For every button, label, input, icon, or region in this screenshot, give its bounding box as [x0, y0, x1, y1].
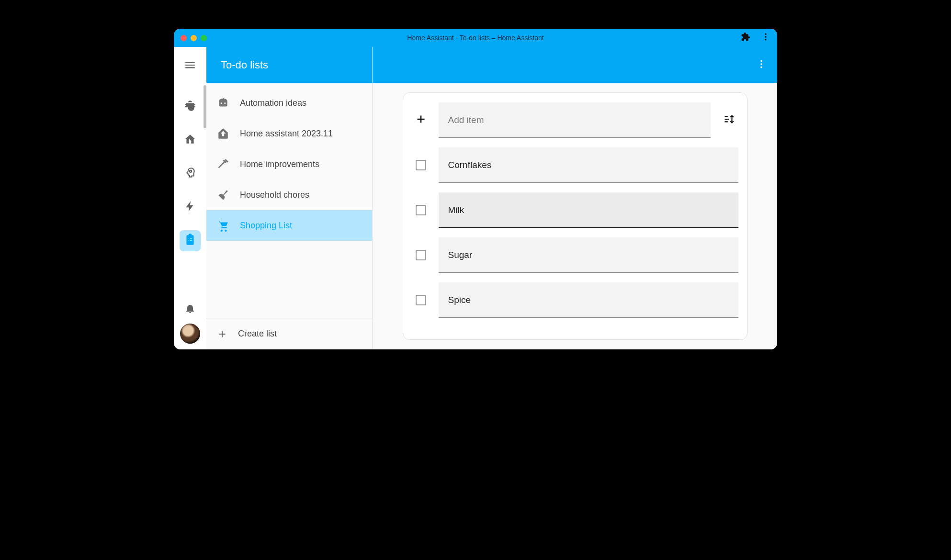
svg-point-7: [760, 66, 762, 68]
ha-badge-icon: [217, 127, 229, 140]
scrollbar-thumb[interactable]: [204, 85, 206, 128]
svg-point-2: [765, 39, 766, 40]
list-row-home-assistant-release[interactable]: Home assistant 2023.11: [206, 118, 372, 149]
content-area: Add item Cornflakes: [373, 83, 777, 349]
window-controls: [181, 35, 207, 41]
todo-item-row[interactable]: Milk: [412, 192, 738, 228]
todo-item-row[interactable]: Sugar: [412, 237, 738, 273]
hammer-icon: [217, 158, 229, 170]
list-row-shopping-list[interactable]: Shopping List: [206, 210, 372, 241]
todo-item-field[interactable]: Spice: [439, 282, 738, 318]
checkbox[interactable]: [416, 250, 426, 260]
todo-card: Add item Cornflakes: [403, 92, 747, 340]
todo-item-row[interactable]: Cornflakes: [412, 147, 738, 183]
rail-item-bug[interactable]: [180, 96, 201, 117]
sidebar: To-do lists Automation ideas Home assist…: [206, 47, 373, 349]
maximize-window-button[interactable]: [201, 35, 207, 41]
lists-container: Automation ideas Home assistant 2023.11 …: [206, 83, 372, 318]
menu-toggle-button[interactable]: [174, 47, 206, 83]
rail-item-mind[interactable]: [180, 163, 201, 184]
clipboard-list-icon: [184, 234, 196, 248]
create-list-button[interactable]: Create list: [206, 318, 372, 349]
home-icon: L: [184, 133, 196, 147]
svg-point-4: [190, 170, 192, 172]
bug-icon: [184, 100, 196, 114]
list-row-automation-ideas[interactable]: Automation ideas: [206, 88, 372, 118]
checkbox[interactable]: [416, 295, 426, 305]
list-label: Automation ideas: [240, 98, 306, 108]
plus-icon: [217, 329, 227, 339]
svg-point-1: [765, 36, 766, 37]
todo-item-label: Milk: [448, 205, 464, 215]
cart-icon: [217, 219, 229, 232]
robot-icon: [217, 97, 229, 109]
rail-item-energy[interactable]: [180, 197, 201, 218]
create-list-label: Create list: [238, 329, 277, 339]
extensions-icon[interactable]: [741, 32, 750, 44]
svg-point-5: [760, 60, 762, 62]
list-label: Household chores: [240, 190, 309, 200]
main-header: [373, 47, 777, 83]
minimize-window-button[interactable]: [191, 35, 197, 41]
todo-item-field[interactable]: Milk: [439, 192, 738, 228]
add-item-input[interactable]: Add item: [439, 102, 711, 138]
notifications-button[interactable]: [184, 302, 196, 316]
rail-item-home[interactable]: L: [180, 130, 201, 151]
todo-item-label: Sugar: [448, 250, 473, 260]
broom-icon: [217, 189, 229, 201]
sort-icon[interactable]: [723, 113, 735, 127]
todo-item-row[interactable]: Spice: [412, 282, 738, 318]
list-menu-button[interactable]: [756, 59, 767, 71]
user-avatar[interactable]: [180, 324, 200, 344]
checkbox[interactable]: [416, 160, 426, 170]
svg-text:L: L: [189, 138, 192, 143]
head-gear-icon: [184, 167, 196, 181]
titlebar: Home Assistant - To-do lists – Home Assi…: [174, 29, 777, 47]
window-title: Home Assistant - To-do lists – Home Assi…: [174, 34, 777, 42]
nav-rail: L: [174, 47, 206, 349]
add-item-row: Add item: [412, 102, 738, 138]
bolt-icon: [184, 200, 196, 214]
close-window-button[interactable]: [181, 35, 187, 41]
rail-item-todo[interactable]: [180, 230, 201, 251]
sidebar-title: To-do lists: [206, 47, 372, 83]
list-label: Home assistant 2023.11: [240, 129, 333, 139]
browser-menu-icon[interactable]: [761, 32, 770, 44]
todo-item-label: Spice: [448, 295, 471, 305]
add-item-plus-icon[interactable]: [415, 113, 427, 127]
main-panel: Add item Cornflakes: [373, 47, 777, 349]
list-label: Shopping List: [240, 221, 292, 231]
svg-point-0: [765, 34, 766, 35]
app-window: Home Assistant - To-do lists – Home Assi…: [174, 29, 777, 349]
list-row-household-chores[interactable]: Household chores: [206, 179, 372, 210]
add-item-placeholder: Add item: [448, 115, 484, 125]
list-row-home-improvements[interactable]: Home improvements: [206, 149, 372, 179]
checkbox[interactable]: [416, 205, 426, 215]
todo-item-label: Cornflakes: [448, 160, 492, 170]
svg-point-6: [760, 63, 762, 65]
todo-item-field[interactable]: Cornflakes: [439, 147, 738, 183]
list-label: Home improvements: [240, 159, 319, 169]
todo-item-field[interactable]: Sugar: [439, 237, 738, 273]
